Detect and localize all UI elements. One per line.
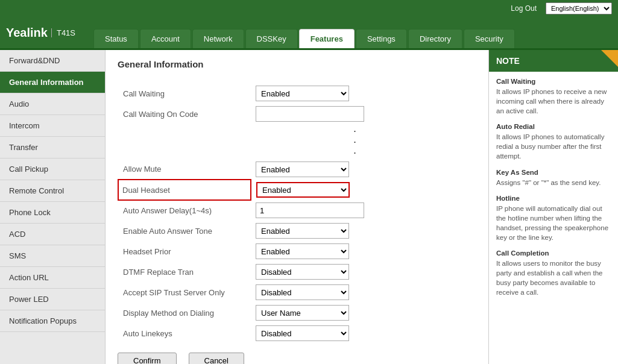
note-section-title: Call Completion (496, 249, 611, 257)
content-area: General Information Call WaitingEnabledD… (106, 50, 488, 364)
nav-tab-security[interactable]: Security (464, 29, 515, 48)
note-section: Call WaitingIt allows IP phones to recei… (496, 78, 611, 116)
select-dtmf-replace-tran[interactable]: EnabledDisabled (256, 264, 349, 280)
form-row-dual-headset: Dual HeadsetEnabledDisabled (118, 180, 476, 200)
logo: Yealink T41S (6, 26, 75, 40)
select-enable-auto-answer-tone[interactable]: EnabledDisabled (256, 223, 349, 239)
button-area: Confirm Cancel (118, 353, 476, 364)
field-value-enable-auto-answer-tone: EnabledDisabled (251, 221, 476, 241)
nav-tab-status[interactable]: Status (93, 29, 139, 48)
select-allow-mute[interactable]: EnabledDisabled (256, 162, 349, 177)
note-section-text: IP phone will automatically dial out the… (496, 204, 611, 242)
logo-brand: Yealink (6, 26, 48, 40)
sidebar-item-audio[interactable]: Audio (0, 93, 105, 115)
note-section-text: It allows IP phones to automatically red… (496, 132, 611, 161)
field-label-auto-answer-delay: Auto Answer Delay(1~4s) (118, 200, 251, 221)
field-value-auto-answer-delay (251, 200, 476, 221)
sidebar-item-sms[interactable]: SMS (0, 245, 105, 267)
sidebar-item-phone-lock[interactable]: Phone Lock (0, 202, 105, 224)
note-section-title: Hotline (496, 195, 611, 202)
top-bar: Log Out English(English) (0, 0, 618, 17)
form-row-auto-linekeys: Auto LinekeysEnabledDisabled (118, 323, 476, 344)
field-label-accept-sip-trust-server-only: Accept SIP Trust Server Only (118, 282, 251, 303)
sidebar-item-notification-popups[interactable]: Notification Popups (0, 310, 105, 332)
field-label-enable-auto-answer-tone: Enable Auto Answer Tone (118, 221, 251, 241)
field-value-call-waiting-on-code (251, 104, 476, 124)
sidebar: Forward&DNDGeneral InformationAudioInter… (0, 50, 106, 364)
select-accept-sip-trust-server-only[interactable]: EnabledDisabled (256, 284, 349, 300)
form-row-call-waiting-on-code: Call Waiting On Code (118, 104, 476, 124)
field-value-headset-prior: EnabledDisabled (251, 241, 476, 262)
input-call-waiting-on-code[interactable] (256, 106, 364, 122)
sidebar-item-transfer[interactable]: Transfer (0, 137, 105, 158)
select-dual-headset[interactable]: EnabledDisabled (256, 182, 350, 198)
field-value-call-waiting: EnabledDisabled (251, 83, 476, 104)
select-call-waiting[interactable]: EnabledDisabled (256, 86, 349, 101)
select-display-method-on-dialing[interactable]: User NamePhone Number (256, 305, 349, 321)
note-section-title: Key As Send (496, 169, 611, 176)
note-section-title: Call Waiting (496, 78, 611, 85)
note-header: NOTE (489, 50, 618, 72)
sidebar-item-forward-dnd[interactable]: Forward&DND (0, 50, 105, 72)
field-label-auto-linekeys: Auto Linekeys (118, 323, 251, 344)
form-row-headset-prior: Headset PriorEnabledDisabled (118, 241, 476, 262)
form-row-call-waiting: Call WaitingEnabledDisabled (118, 83, 476, 104)
note-body: Call WaitingIt allows IP phones to recei… (489, 72, 618, 310)
form-row-auto-answer-delay: Auto Answer Delay(1~4s) (118, 200, 476, 221)
note-section: HotlineIP phone will automatically dial … (496, 195, 611, 242)
note-section-text: It allows IP phones to receive a new inc… (496, 87, 611, 116)
form-row-enable-auto-answer-tone: Enable Auto Answer ToneEnabledDisabled (118, 221, 476, 241)
note-section: Call CompletionIt allows users to monito… (496, 249, 611, 297)
field-label-dtmf-replace-tran: DTMF Replace Tran (118, 262, 251, 282)
note-section: Auto RedialIt allows IP phones to automa… (496, 123, 611, 161)
content-title: General Information (118, 59, 476, 74)
form-table: Call WaitingEnabledDisabledCall Waiting … (118, 83, 476, 344)
select-auto-linekeys[interactable]: EnabledDisabled (256, 325, 349, 341)
field-label-call-waiting: Call Waiting (118, 83, 251, 104)
dots-row: ··· (118, 124, 476, 159)
main-layout: Forward&DNDGeneral InformationAudioInter… (0, 50, 618, 364)
form-row-dtmf-replace-tran: DTMF Replace TranEnabledDisabled (118, 262, 476, 282)
nav-tab-dsskey[interactable]: DSSKey (245, 29, 298, 48)
field-label-allow-mute: Allow Mute (118, 159, 251, 180)
header: Yealink T41S StatusAccountNetworkDSSKeyF… (0, 17, 618, 50)
logout-link[interactable]: Log Out (511, 4, 537, 13)
note-section-title: Auto Redial (496, 123, 611, 130)
form-row-display-method-on-dialing: Display Method on DialingUser NamePhone … (118, 303, 476, 323)
nav-tabs: StatusAccountNetworkDSSKeyFeaturesSettin… (93, 17, 515, 48)
note-panel: NOTE Call WaitingIt allows IP phones to … (488, 50, 618, 364)
sidebar-item-intercom[interactable]: Intercom (0, 115, 105, 137)
field-label-call-waiting-on-code: Call Waiting On Code (118, 104, 251, 124)
field-value-auto-linekeys: EnabledDisabled (251, 323, 476, 344)
note-section-text: Assigns "#" or "*" as the send key. (496, 178, 611, 187)
field-label-dual-headset: Dual Headset (118, 180, 251, 200)
note-section-text: It allows users to monitor the busy part… (496, 259, 611, 297)
nav-tab-network[interactable]: Network (192, 29, 244, 48)
form-row-allow-mute: Allow MuteEnabledDisabled (118, 159, 476, 180)
field-value-accept-sip-trust-server-only: EnabledDisabled (251, 282, 476, 303)
field-value-allow-mute: EnabledDisabled (251, 159, 476, 180)
input-auto-answer-delay[interactable] (256, 202, 364, 218)
sidebar-item-call-pickup[interactable]: Call Pickup (0, 158, 105, 180)
nav-tab-account[interactable]: Account (140, 29, 191, 48)
field-label-display-method-on-dialing: Display Method on Dialing (118, 303, 251, 323)
select-headset-prior[interactable]: EnabledDisabled (256, 243, 349, 259)
field-value-dtmf-replace-tran: EnabledDisabled (251, 262, 476, 282)
field-label-headset-prior: Headset Prior (118, 241, 251, 262)
logo-model: T41S (51, 28, 75, 37)
sidebar-item-acd[interactable]: ACD (0, 224, 105, 245)
cancel-button[interactable]: Cancel (189, 353, 244, 364)
field-value-dual-headset: EnabledDisabled (251, 180, 476, 200)
field-value-display-method-on-dialing: User NamePhone Number (251, 303, 476, 323)
sidebar-item-action-url[interactable]: Action URL (0, 267, 105, 289)
language-select[interactable]: English(English) (546, 2, 612, 14)
nav-tab-settings[interactable]: Settings (356, 29, 407, 48)
sidebar-item-power-led[interactable]: Power LED (0, 289, 105, 310)
form-row-accept-sip-trust-server-only: Accept SIP Trust Server OnlyEnabledDisab… (118, 282, 476, 303)
confirm-button[interactable]: Confirm (118, 353, 177, 364)
sidebar-item-general-information[interactable]: General Information (0, 72, 105, 93)
nav-tab-directory[interactable]: Directory (408, 29, 462, 48)
sidebar-item-remote-control[interactable]: Remote Control (0, 180, 105, 202)
note-section: Key As SendAssigns "#" or "*" as the sen… (496, 169, 611, 187)
nav-tab-features[interactable]: Features (299, 29, 355, 48)
